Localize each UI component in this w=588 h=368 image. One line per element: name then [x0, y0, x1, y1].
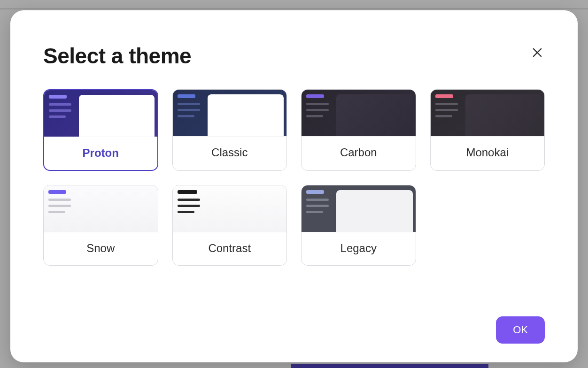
theme-preview-monokai: [431, 90, 545, 137]
theme-preview-snow: [44, 185, 158, 232]
theme-label: Proton: [44, 137, 157, 170]
close-button[interactable]: [530, 45, 545, 60]
modal-title: Select a theme: [43, 43, 191, 69]
theme-option-proton[interactable]: Proton: [43, 89, 158, 171]
theme-label: Monokai: [431, 137, 545, 169]
theme-label: Legacy: [302, 232, 416, 265]
theme-option-classic[interactable]: Classic: [172, 89, 287, 171]
backdrop-divider: [0, 8, 588, 9]
theme-preview-contrast: [173, 185, 287, 232]
theme-label: Contrast: [173, 232, 287, 265]
theme-preview-legacy: [302, 185, 416, 232]
theme-option-carbon[interactable]: Carbon: [301, 89, 416, 171]
theme-option-snow[interactable]: Snow: [43, 185, 158, 266]
theme-option-contrast[interactable]: Contrast: [172, 185, 287, 266]
theme-preview-classic: [173, 90, 287, 137]
modal-header: Select a theme: [43, 43, 545, 69]
theme-label: Carbon: [302, 137, 416, 169]
close-icon: [531, 46, 544, 59]
themes-grid: Proton Classic: [43, 89, 545, 266]
theme-preview-proton: [44, 90, 157, 137]
backdrop-accent-strip: [291, 364, 488, 368]
theme-label: Snow: [44, 232, 158, 265]
theme-preview-carbon: [302, 90, 416, 137]
theme-select-modal: Select a theme Proton: [10, 10, 578, 362]
theme-option-monokai[interactable]: Monokai: [430, 89, 545, 171]
modal-footer: OK: [43, 298, 545, 344]
theme-option-legacy[interactable]: Legacy: [301, 185, 416, 266]
theme-label: Classic: [173, 137, 287, 169]
ok-button[interactable]: OK: [496, 316, 545, 344]
